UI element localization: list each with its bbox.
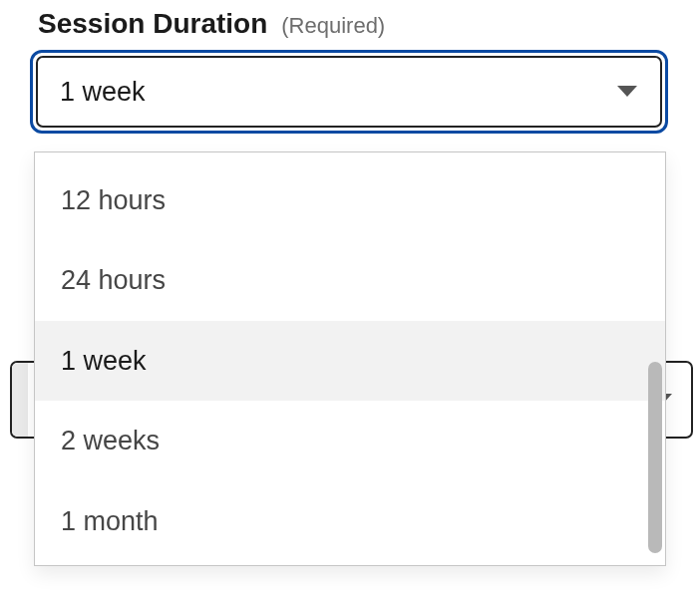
dropdown-option-12-hours[interactable]: 12 hours <box>35 160 665 240</box>
chevron-down-icon <box>616 85 638 99</box>
session-duration-select[interactable]: 1 week <box>30 50 668 134</box>
dropdown-option-1-week[interactable]: 1 week <box>35 321 665 401</box>
dropdown-options-list: 12 hours 24 hours 1 week 2 weeks 1 month <box>35 152 665 565</box>
select-current-value: 1 week <box>60 77 146 108</box>
session-duration-dropdown: 12 hours 24 hours 1 week 2 weeks 1 month <box>34 151 666 566</box>
dropdown-option-1-month[interactable]: 1 month <box>35 481 665 561</box>
dropdown-scrollbar-thumb[interactable] <box>648 362 662 553</box>
field-label-row: Session Duration (Required) <box>38 8 700 40</box>
background-select-left-edge <box>12 363 28 437</box>
required-hint: (Required) <box>281 13 385 39</box>
dropdown-scrollbar[interactable] <box>648 160 662 559</box>
dropdown-option-2-weeks[interactable]: 2 weeks <box>35 401 665 480</box>
field-label: Session Duration <box>38 8 267 40</box>
dropdown-option-24-hours[interactable]: 24 hours <box>35 240 665 320</box>
